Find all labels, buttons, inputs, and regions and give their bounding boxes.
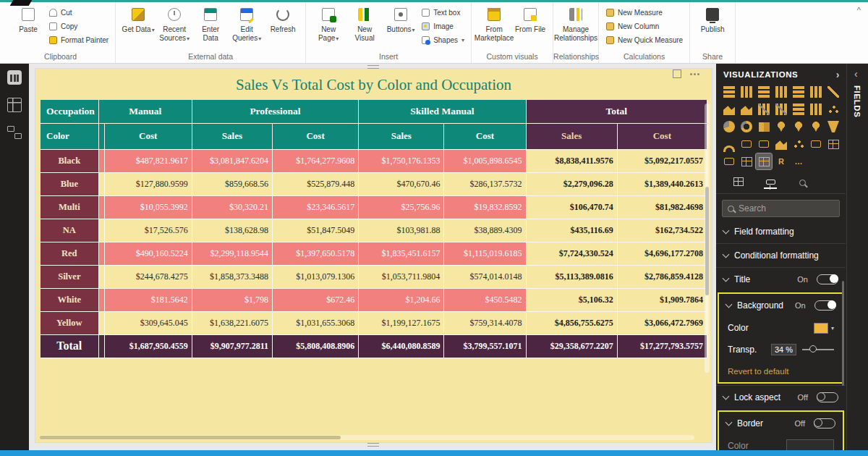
ribbon-button-publish[interactable]: Publish — [695, 4, 730, 35]
visual-drag-handle-top[interactable] — [367, 65, 379, 71]
row-header[interactable]: Silver — [41, 265, 98, 288]
column-subheader[interactable]: Color — [41, 123, 98, 149]
section-background[interactable]: Background On — [719, 294, 843, 317]
viz-icon-treemap[interactable] — [756, 119, 772, 135]
table-cell[interactable]: $5,092,217.0557 — [617, 149, 707, 172]
table-cell[interactable]: $5,106.32 — [526, 288, 617, 311]
table-cell[interactable]: $759,314.4078 — [444, 311, 526, 334]
viz-icon-100-stacked-column[interactable] — [808, 84, 824, 100]
viz-icon-funnel[interactable] — [825, 119, 841, 135]
ribbon-button-buttons[interactable]: Buttons▾ — [383, 4, 418, 36]
background-color-swatch[interactable] — [814, 323, 828, 334]
clipped-cell[interactable] — [98, 265, 104, 288]
viz-icon-line-clustered-column[interactable] — [773, 101, 789, 117]
ribbon-button-new-quick-measure[interactable]: New Quick Measure — [605, 35, 683, 46]
section-lock-aspect[interactable]: Lock aspect Off — [716, 385, 846, 409]
viz-icon-map[interactable] — [773, 119, 789, 135]
viz-icon-donut[interactable] — [739, 119, 754, 135]
ribbon-button-cut[interactable]: Cut — [48, 7, 109, 18]
background-toggle[interactable] — [814, 300, 836, 311]
table-cell[interactable]: $2,786,859.4128 — [617, 265, 707, 288]
row-header[interactable]: NA — [41, 219, 98, 242]
ribbon-button-recent-sources[interactable]: Recent Sources▾ — [157, 4, 192, 44]
viz-icon-line-stacked-column[interactable] — [756, 101, 772, 117]
table-cell[interactable]: $1,005,898.6545 — [444, 149, 526, 172]
table-cell[interactable]: $244,678.4275 — [104, 265, 192, 288]
section-border[interactable]: Border Off — [719, 412, 843, 435]
column-group-header[interactable]: Skilled Manual — [359, 100, 526, 123]
viz-icon-ellipsis[interactable]: … — [791, 153, 807, 169]
table-cell[interactable]: $3,081,847.6204 — [192, 149, 272, 172]
table-cell[interactable]: $2,279,096.28 — [526, 172, 617, 195]
table-cell[interactable]: $5,113,389.0816 — [526, 265, 617, 288]
table-cell[interactable]: $470,670.46 — [359, 172, 444, 195]
tab-fields[interactable] — [732, 177, 745, 189]
table-cell[interactable]: $7,724,330.524 — [526, 242, 617, 265]
table-cell[interactable]: $6,440,080.8589 — [359, 334, 444, 358]
viz-icon-multirow-card[interactable] — [756, 136, 772, 152]
ribbon-button-get-data[interactable]: Get Data▾ — [121, 4, 156, 36]
viz-icon-ribbon[interactable] — [791, 101, 807, 117]
clipped-cell[interactable] — [98, 172, 104, 195]
table-cell[interactable]: $29,358,677.2207 — [526, 334, 617, 358]
table-cell[interactable]: $487,821.9617 — [104, 149, 192, 172]
clipped-cell[interactable] — [98, 334, 104, 358]
viz-icon-qa[interactable] — [808, 136, 824, 152]
focus-mode-icon[interactable] — [673, 69, 681, 78]
table-cell[interactable]: $3,066,472.7969 — [617, 311, 707, 334]
row-header[interactable]: Yellow — [41, 311, 98, 334]
title-toggle[interactable] — [817, 274, 838, 284]
table-cell[interactable]: $450.5482 — [444, 288, 526, 311]
viz-icon-kpi[interactable] — [773, 136, 789, 152]
column-subheader[interactable]: Sales — [192, 123, 272, 149]
table-cell[interactable]: $1,835,451.6157 — [359, 242, 444, 265]
row-header[interactable]: Black — [41, 149, 98, 172]
viz-icon-paginated[interactable] — [825, 136, 841, 152]
chevron-down-icon[interactable]: ▾ — [831, 325, 834, 332]
viz-icon-gauge[interactable] — [721, 136, 737, 152]
table-cell[interactable]: $38,889.4309 — [444, 219, 526, 242]
visual-drag-handle-bottom[interactable] — [367, 443, 379, 449]
scrollbar-thumb[interactable] — [705, 187, 709, 295]
table-cell[interactable]: $17,526.576 — [104, 219, 192, 242]
table-cell[interactable]: $30,320.21 — [192, 195, 272, 219]
table-cell[interactable]: $23,346.5617 — [273, 195, 359, 219]
transparency-slider[interactable] — [802, 349, 834, 350]
viz-icon-scatter[interactable] — [825, 101, 841, 117]
viz-icon-table[interactable] — [739, 153, 754, 169]
sidebar-item-model-view[interactable] — [0, 119, 29, 146]
ribbon-button-paste[interactable]: Paste — [11, 4, 46, 35]
viz-icon-line[interactable] — [825, 84, 841, 100]
viz-icon-clustered-bar[interactable] — [756, 84, 772, 100]
row-header[interactable]: Multi — [41, 195, 98, 219]
viz-icon-stacked-area[interactable] — [739, 101, 754, 117]
column-group-header[interactable]: Professional — [192, 100, 358, 123]
table-cell[interactable]: $1,764,277.9608 — [273, 149, 359, 172]
table-cell[interactable]: $1,750,176.1353 — [359, 149, 444, 172]
clipped-column[interactable] — [98, 123, 104, 149]
table-cell[interactable]: $3,799,557.1071 — [444, 334, 526, 358]
table-cell[interactable]: $1,204.66 — [359, 288, 444, 311]
table-cell[interactable]: $103,981.88 — [359, 219, 444, 242]
table-cell[interactable]: $2,299,118.9544 — [192, 242, 272, 265]
row-header[interactable]: White — [41, 288, 98, 311]
ribbon-button-copy[interactable]: Copy — [48, 21, 109, 32]
table-cell[interactable]: $4,856,755.6275 — [526, 311, 617, 334]
clipped-cell[interactable] — [98, 149, 104, 172]
matrix-visual[interactable]: Sales Vs Total Cost by Color and Occupat… — [35, 68, 712, 443]
column-group-header[interactable]: Total — [526, 100, 707, 123]
ribbon-collapse-icon[interactable]: ^ — [857, 6, 861, 14]
column-subheader[interactable]: Sales — [526, 123, 617, 149]
viz-icon-filled-map[interactable] — [791, 119, 807, 135]
visual-vertical-scrollbar[interactable] — [705, 104, 710, 373]
viz-icon-key-influencers[interactable] — [791, 136, 807, 152]
row-header[interactable]: Total — [41, 334, 98, 358]
row-header[interactable]: Red — [41, 242, 98, 265]
revert-to-default-link[interactable]: Revert to default — [728, 367, 788, 376]
scrollbar-thumb[interactable] — [40, 436, 341, 439]
table-cell[interactable]: $672.46 — [273, 288, 359, 311]
tab-analytics[interactable] — [796, 180, 809, 189]
table-cell[interactable]: $286,137.5732 — [444, 172, 526, 195]
clipped-cell[interactable] — [98, 195, 104, 219]
ribbon-button-edit-queries[interactable]: Edit Queries▾ — [229, 4, 264, 44]
